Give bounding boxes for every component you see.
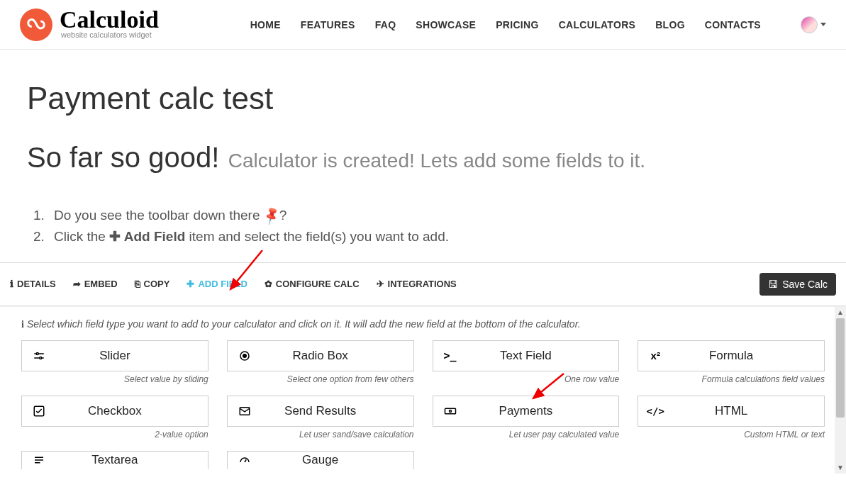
page-title: Payment calc test [27,81,819,116]
field-slider-desc: Select value by sliding [21,374,208,384]
share-icon: ➦ [73,279,81,289]
instruction-list: Do you see the toolbar down there 📌? Cli… [27,205,819,248]
plus-icon: ✚ [187,279,194,289]
field-send-desc: Let user sand/save calculation [227,430,414,439]
svg-point-11 [449,410,451,412]
field-html-desc: Custom HTML or text [638,430,825,439]
field-payments[interactable]: Payments [433,396,620,427]
scrollbar[interactable]: ▲ ▼ [835,307,846,474]
nav-pricing[interactable]: PRICING [496,19,538,30]
code-icon: </> [638,405,672,417]
toolbar: ℹDETAILS ➦EMBED ⎘COPY ✚ADD FIELD ✿CONFIG… [0,262,846,306]
header: Calculoid website calculators widget HOM… [0,0,846,50]
envelope-icon [228,405,262,418]
save-icon: 🖫 [768,279,778,290]
svg-point-6 [243,354,247,358]
nav-calculators[interactable]: CALCULATORS [559,19,636,30]
brand-tagline: website calculators widget [61,30,159,39]
svg-point-3 [36,352,38,354]
brand-name: Calculoid [60,10,159,30]
textarea-icon [22,454,56,466]
svg-line-15 [245,460,246,463]
chevron-down-icon [820,23,826,26]
instruction-step-1: Do you see the toolbar down there 📌? [48,205,819,226]
pin-icon: 📌 [260,203,283,228]
field-radio-desc: Select one option from few others [227,374,414,384]
gear-icon: ✿ [265,279,272,289]
copy-icon: ⎘ [135,279,140,289]
toolbar-embed[interactable]: ➦EMBED [73,279,118,289]
gauge-icon [228,454,262,466]
send-icon: ✈ [377,279,384,289]
plus-icon: ✚ [109,229,124,244]
logo[interactable]: Calculoid website calculators widget [20,9,159,41]
field-formula[interactable]: x²Formula [638,340,825,371]
logo-icon [20,9,52,41]
field-checkbox[interactable]: Checkbox [21,396,208,427]
radio-icon [228,349,262,362]
field-text-desc: One row value [433,374,620,384]
field-send[interactable]: Send Results [227,396,414,427]
info-icon: i [21,319,24,330]
slider-icon [22,349,56,362]
main-content: Payment calc test So far so good! Calcul… [0,50,846,262]
field-payments-desc: Let user pay calculated value [433,430,620,439]
nav-blog[interactable]: BLOG [655,19,685,30]
subhead: So far so good! [27,142,219,173]
field-formula-desc: Formula calculations field values [638,374,825,384]
field-textarea[interactable]: Textarea [21,451,208,469]
nav-features[interactable]: FEATURES [301,19,355,30]
field-checkbox-desc: 2-value option [21,430,208,439]
checkbox-icon [22,405,56,418]
svg-rect-10 [445,408,455,414]
user-menu[interactable] [801,16,826,33]
nav-home[interactable]: HOME [250,19,281,30]
scroll-up-icon[interactable]: ▲ [835,307,846,318]
avatar [801,16,818,33]
info-icon: ℹ [10,279,13,289]
money-icon [433,405,467,418]
field-gauge[interactable]: Gauge [227,451,414,469]
main-nav: HOME FEATURES FAQ SHOWCASE PRICING CALCU… [250,16,826,33]
save-button[interactable]: 🖫Save Calc [759,273,836,296]
toolbar-details[interactable]: ℹDETAILS [10,279,56,289]
toolbar-integrations[interactable]: ✈INTEGRATIONS [377,279,457,289]
field-radio[interactable]: Radio Box [227,340,414,371]
field-html[interactable]: </>HTML [638,396,825,427]
toolbar-copy[interactable]: ⎘COPY [135,279,170,289]
toolbar-configure[interactable]: ✿CONFIGURE CALC [265,279,360,289]
terminal-icon: >_ [433,349,467,362]
formula-icon: x² [638,349,672,362]
subhead-note: Calculator is created! Lets add some fie… [228,150,645,172]
nav-showcase[interactable]: SHOWCASE [416,19,476,30]
field-panel: iSelect which field type you want to add… [0,306,846,474]
scrollbar-thumb[interactable] [836,318,845,418]
scroll-down-icon[interactable]: ▼ [835,462,846,474]
svg-point-4 [40,357,42,359]
nav-faq[interactable]: FAQ [375,19,396,30]
field-slider[interactable]: Slider [21,340,208,371]
toolbar-add-field[interactable]: ✚ADD FIELD [187,279,247,289]
panel-hint: iSelect which field type you want to add… [21,318,825,330]
field-text[interactable]: >_Text Field [433,340,620,371]
nav-contacts[interactable]: CONTACTS [705,19,761,30]
instruction-step-2: Click the ✚ Add Field item and select th… [48,226,819,247]
